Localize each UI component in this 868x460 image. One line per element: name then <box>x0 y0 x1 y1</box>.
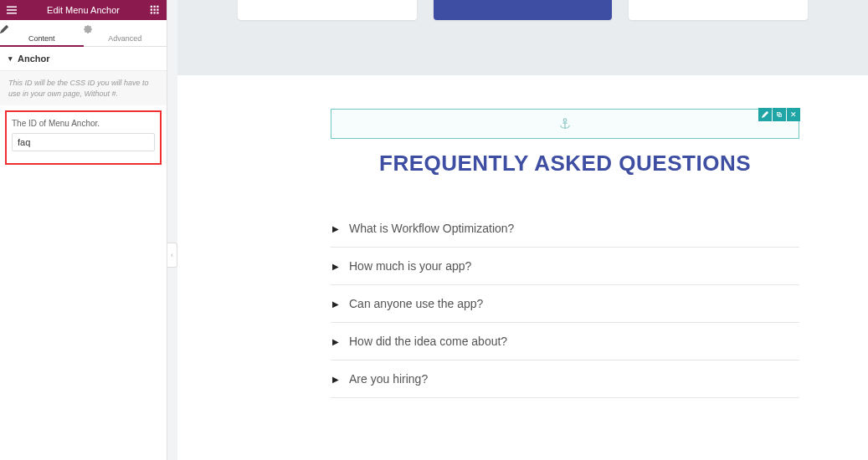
feature-card-1[interactable] <box>238 0 417 20</box>
svg-rect-11 <box>157 12 158 13</box>
canvas-area: ✕ FREQUENTLY ASKED QUESTIONS ▶ What is W… <box>177 0 868 460</box>
faq-item-label: How did the idea come about? <box>349 335 507 348</box>
svg-rect-2 <box>7 13 17 14</box>
faq-item-label: What is Workflow Optimization? <box>349 222 514 235</box>
apps-grid-icon[interactable] <box>148 3 162 17</box>
faq-item[interactable]: ▶ What is Workflow Optimization? <box>331 210 799 248</box>
anchor-id-field-label: The ID of Menu Anchor. <box>12 119 155 128</box>
faq-item[interactable]: ▶ Are you hiring? <box>331 360 799 398</box>
menu-icon[interactable] <box>5 3 18 17</box>
faq-item-label: Are you hiring? <box>349 372 428 386</box>
tab-advanced[interactable]: Advanced <box>84 20 167 46</box>
svg-rect-0 <box>7 7 17 8</box>
editor-sidebar: Edit Menu Anchor Content Advanced ▾ Anch… <box>0 0 167 460</box>
faq-section: ✕ FREQUENTLY ASKED QUESTIONS ▶ What is W… <box>177 75 868 460</box>
pencil-icon <box>0 25 84 33</box>
caret-right-icon: ▶ <box>332 299 339 309</box>
svg-rect-4 <box>154 6 156 8</box>
svg-rect-9 <box>151 12 152 13</box>
caret-down-icon: ▾ <box>8 54 13 63</box>
svg-point-12 <box>563 119 567 122</box>
sidebar-title: Edit Menu Anchor <box>18 5 148 15</box>
menu-anchor-widget[interactable]: ✕ <box>331 109 799 139</box>
anchor-id-input[interactable] <box>12 133 155 151</box>
tab-content-label: Content <box>28 34 55 43</box>
sidebar-header: Edit Menu Anchor <box>0 0 167 20</box>
widget-edit-button[interactable] <box>758 108 772 121</box>
svg-rect-8 <box>157 9 158 11</box>
caret-right-icon: ▶ <box>332 224 339 233</box>
anchor-id-field-highlight: The ID of Menu Anchor. <box>5 110 162 165</box>
anchor-icon <box>559 118 571 130</box>
widget-toolbar: ✕ <box>758 108 800 121</box>
faq-item[interactable]: ▶ Can anyone use the app? <box>331 285 799 323</box>
faq-item[interactable]: ▶ How did the idea come about? <box>331 323 799 360</box>
svg-rect-10 <box>154 12 156 13</box>
gear-icon <box>84 25 167 33</box>
top-cards-row <box>177 0 868 20</box>
svg-rect-6 <box>151 9 152 11</box>
section-anchor-header[interactable]: ▾ Anchor <box>0 47 167 71</box>
faq-item[interactable]: ▶ How much is your app? <box>331 248 799 285</box>
svg-rect-3 <box>151 6 152 8</box>
feature-card-2-highlighted[interactable] <box>434 0 613 20</box>
sidebar-tabs: Content Advanced <box>0 20 167 47</box>
faq-item-label: Can anyone use the app? <box>349 297 483 310</box>
svg-rect-5 <box>157 6 158 8</box>
faq-item-label: How much is your app? <box>349 259 471 273</box>
feature-card-3[interactable] <box>629 0 808 20</box>
chevron-left-icon: ‹ <box>171 251 173 259</box>
svg-rect-1 <box>7 9 17 11</box>
caret-right-icon: ▶ <box>332 262 339 271</box>
caret-right-icon: ▶ <box>332 337 339 346</box>
widget-duplicate-button[interactable] <box>773 108 786 121</box>
tab-advanced-label: Advanced <box>108 34 141 43</box>
widget-delete-button[interactable]: ✕ <box>787 108 800 121</box>
caret-right-icon: ▶ <box>332 375 339 384</box>
sidebar-collapse-handle[interactable]: ‹ <box>167 243 177 268</box>
section-hint-text: This ID will be the CSS ID you will have… <box>0 71 167 105</box>
top-section-background <box>177 0 868 75</box>
faq-heading: FREQUENTLY ASKED QUESTIONS <box>331 151 799 176</box>
section-anchor-title: Anchor <box>18 54 50 64</box>
tab-content[interactable]: Content <box>0 20 84 46</box>
svg-rect-7 <box>154 9 156 11</box>
